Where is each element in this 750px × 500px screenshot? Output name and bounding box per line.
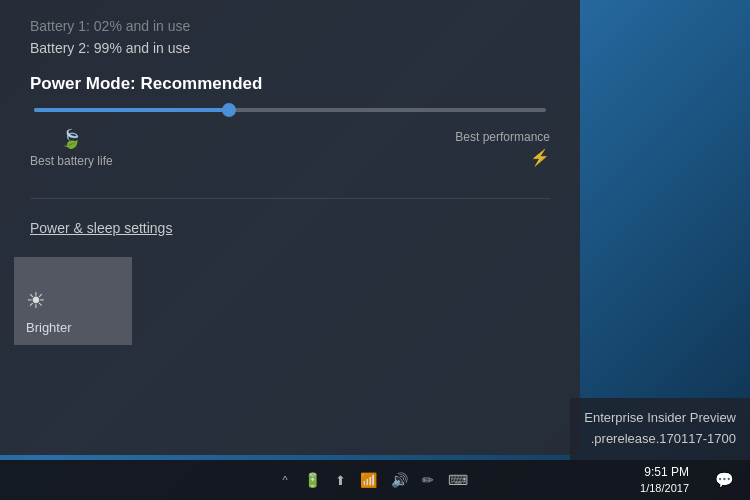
notification-center-button[interactable]: 💬 [707, 471, 742, 489]
volume-icon[interactable]: 🔊 [391, 472, 408, 488]
battery-info-section: Battery 1: 02% and in use Battery 2: 99%… [0, 0, 580, 178]
power-mode-label: Power Mode: Recommended [30, 74, 550, 94]
system-clock[interactable]: 9:51 PM 1/18/2017 [636, 465, 697, 495]
keyboard-icon[interactable]: ⌨ [448, 472, 468, 488]
system-tray-expand-chevron[interactable]: ^ [282, 474, 287, 486]
clock-time: 9:51 PM [644, 465, 689, 481]
brighter-tile[interactable]: ☀ Brighter [14, 257, 132, 345]
clock-date: 1/18/2017 [640, 481, 689, 495]
best-battery-life-indicator: 🍃 Best battery life [30, 128, 113, 168]
power-sleep-settings-section: Power & sleep settings [0, 219, 580, 237]
quick-actions-row: ☀ Brighter [0, 249, 580, 345]
power-mode-slider-track[interactable] [34, 108, 546, 112]
battery1-status: Battery 1: 02% and in use [30, 18, 550, 34]
taskbar-center-area: ^ 🔋 ⬆ 📶 🔊 ✏ ⌨ [282, 472, 467, 488]
best-performance-label: Best performance [455, 130, 550, 144]
battery-leaf-icon: 🍃 [60, 128, 82, 150]
brighter-label: Brighter [26, 320, 72, 335]
enterprise-line2: .prerelease.170117-1700 [584, 429, 736, 450]
taskbar-right-area: 9:51 PM 1/18/2017 💬 [636, 465, 750, 495]
pen-icon[interactable]: ✏ [422, 472, 434, 488]
network-upload-icon[interactable]: ⬆ [335, 473, 346, 488]
notification-icon: 💬 [715, 471, 734, 489]
divider [30, 198, 550, 199]
battery-tray-icon[interactable]: 🔋 [304, 472, 321, 488]
performance-bolt-icon: ⚡ [530, 148, 550, 167]
battery2-status: Battery 2: 99% and in use [30, 40, 550, 56]
best-performance-indicator: Best performance ⚡ [455, 130, 550, 167]
battery-mode-icons-row: 🍃 Best battery life Best performance ⚡ [30, 128, 550, 168]
slider-fill [34, 108, 229, 112]
enterprise-info-panel: Enterprise Insider Preview .prerelease.1… [570, 398, 750, 460]
wifi-icon[interactable]: 📶 [360, 472, 377, 488]
brightness-icon: ☀ [26, 288, 46, 314]
power-mode-slider-container [30, 108, 550, 112]
taskbar: ^ 🔋 ⬆ 📶 🔊 ✏ ⌨ 9:51 PM 1/18/2017 💬 [0, 460, 750, 500]
best-battery-label: Best battery life [30, 154, 113, 168]
slider-thumb[interactable] [222, 103, 236, 117]
enterprise-line1: Enterprise Insider Preview [584, 408, 736, 429]
power-sleep-settings-link[interactable]: Power & sleep settings [30, 220, 172, 236]
power-popup-panel: Battery 1: 02% and in use Battery 2: 99%… [0, 0, 580, 455]
